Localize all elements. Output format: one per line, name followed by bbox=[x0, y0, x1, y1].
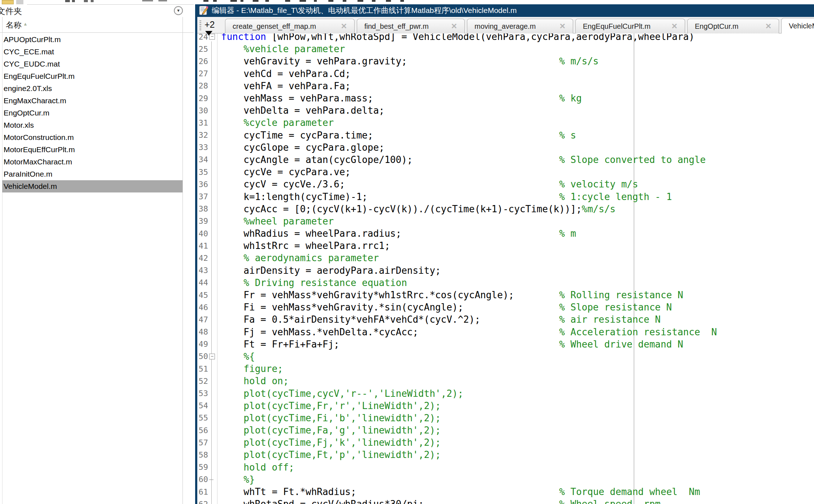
hidden-tabs-count[interactable]: +2 bbox=[204, 19, 215, 30]
line-number[interactable]: 35 bbox=[197, 168, 208, 177]
code-text[interactable]: Fa = 0.5*airDensity*vehFA*vehCd*(cycV.^2… bbox=[221, 314, 661, 325]
line-number[interactable]: 54 bbox=[197, 401, 208, 410]
line-number[interactable]: 30 bbox=[197, 106, 208, 115]
close-icon[interactable]: ✕ bbox=[553, 22, 566, 31]
file-row[interactable]: VehicleModel.m bbox=[2, 180, 183, 192]
tab-moving_average-m[interactable]: moving_average.m✕ bbox=[467, 19, 573, 33]
file-row[interactable]: EngEquFuelCurPlt.m bbox=[0, 70, 184, 82]
line-number[interactable]: 42 bbox=[197, 254, 208, 263]
code-text[interactable]: %{ bbox=[221, 351, 255, 362]
code-line[interactable]: 29 vehMass = vehPara.mass; % kg bbox=[197, 92, 814, 104]
code-line[interactable]: 44 % Driving resistance equation bbox=[197, 277, 814, 289]
file-row[interactable]: engine2.0T.xls bbox=[0, 82, 184, 95]
code-text[interactable]: cycAcc = [0;(cycV(k+1)-cycV(k))./(cycTim… bbox=[221, 204, 616, 214]
code-line[interactable]: 54 plot(cycTime,Fr,'r','LineWidth',2); bbox=[197, 400, 814, 412]
close-icon[interactable]: ✕ bbox=[335, 22, 347, 31]
code-text[interactable]: cycV = cycVe./3.6; % velocity m/s bbox=[221, 179, 638, 190]
code-line[interactable]: 53 plot(cycTime,cycV,'r--','LineWidth',2… bbox=[197, 387, 814, 399]
code-line[interactable]: 41 wh1stRrc = wheelPara.rrc1; bbox=[197, 240, 814, 252]
code-line[interactable]: 49 Ft = Fr+Fi+Fa+Fj; % Wheel drive deman… bbox=[197, 338, 814, 350]
code-text[interactable]: vehMass = vehPara.mass; % kg bbox=[221, 93, 582, 104]
line-number[interactable]: 25 bbox=[197, 45, 208, 54]
code-text[interactable]: vehCd = vehPara.Cd; bbox=[221, 68, 351, 79]
code-line[interactable]: 24−function [whPow,whTt,whRotaSpd] = Veh… bbox=[197, 33, 814, 43]
line-number[interactable]: 39 bbox=[197, 217, 208, 226]
code-line[interactable]: 26 vehGravity = vehPara.gravity; % m/s/s bbox=[197, 55, 814, 67]
file-row[interactable]: ParaInitOne.m bbox=[0, 168, 184, 180]
code-line[interactable]: 58 plot(cycTime,Ft,'p','linewidth',2); bbox=[197, 449, 814, 461]
code-line[interactable]: 32 cycTime = cycPara.time; % s bbox=[197, 129, 814, 141]
code-text[interactable]: plot(cycTime,Fr,'r','LineWidth',2); bbox=[221, 400, 441, 411]
line-number[interactable]: 31 bbox=[197, 118, 208, 127]
file-row[interactable]: CYC_ECE.mat bbox=[0, 46, 184, 58]
line-number[interactable]: 29 bbox=[197, 94, 208, 103]
code-text[interactable]: Fj = vehMass.*vehDelta.*cycAcc; % Accele… bbox=[221, 327, 717, 337]
code-line[interactable]: 35 cycVe = cycPara.ve; bbox=[197, 166, 814, 178]
tab-overflow-arrow-icon[interactable] bbox=[205, 31, 212, 36]
code-line[interactable]: 42 % aerodynamics parameter bbox=[197, 252, 814, 264]
code-text[interactable]: cycGlope = cycPara.glope; bbox=[221, 142, 384, 153]
code-line[interactable]: 37 k=1:length(cycTime)-1; % 1:cycle leng… bbox=[197, 190, 814, 203]
code-line[interactable]: 56 plot(cycTime,Fa,'g','linewidth',2); bbox=[197, 424, 814, 436]
code-text[interactable]: whRadius = wheelPara.radius; % m bbox=[221, 228, 576, 239]
line-number[interactable]: 38 bbox=[197, 204, 208, 213]
code-line[interactable]: 43 airDensity = aerodyPara.airDensity; bbox=[197, 264, 814, 277]
code-line[interactable]: 62 whRotaSpd = cycV/whRadius*30/pi; % Wh… bbox=[197, 498, 814, 504]
code-text[interactable]: vehDelta = vehPara.delta; bbox=[221, 105, 384, 116]
code-line[interactable]: 52 hold on; bbox=[197, 375, 814, 387]
line-number[interactable]: 62 bbox=[197, 500, 208, 504]
code-text[interactable]: %wheel parameter bbox=[221, 216, 334, 227]
file-row[interactable]: MotorConstruction.m bbox=[0, 131, 184, 144]
line-number[interactable]: 26 bbox=[197, 57, 208, 66]
line-number[interactable]: 51 bbox=[197, 364, 208, 373]
code-line[interactable]: 45 Fr = vehMass*vehGravity*wh1stRrc.*cos… bbox=[197, 289, 814, 301]
line-number[interactable]: 56 bbox=[197, 426, 208, 435]
code-line[interactable]: 38 cycAcc = [0;(cycV(k+1)-cycV(k))./(cyc… bbox=[197, 203, 814, 215]
code-text[interactable]: hold off; bbox=[221, 462, 294, 473]
code-text[interactable]: cycTime = cycPara.time; % s bbox=[221, 130, 576, 141]
code-line[interactable]: 51 figure; bbox=[197, 363, 814, 375]
code-text[interactable]: k=1:length(cycTime)-1; % 1:cycle length … bbox=[221, 191, 672, 202]
fold-toggle-icon[interactable]: − bbox=[209, 354, 215, 359]
code-line[interactable]: 59 hold off; bbox=[197, 461, 814, 473]
code-line[interactable]: 36 cycV = cycVe./3.6; % velocity m/s bbox=[197, 178, 814, 190]
code-text[interactable]: Fi = vehMass*vehGravity.*sin(cycAngle); … bbox=[221, 302, 672, 313]
code-text[interactable]: % Driving resistance equation bbox=[221, 277, 407, 288]
line-number[interactable]: 40 bbox=[197, 229, 208, 238]
close-icon[interactable]: ✕ bbox=[665, 22, 678, 31]
code-text[interactable]: %vehicle parameter bbox=[221, 44, 345, 54]
close-icon[interactable]: ✕ bbox=[445, 22, 457, 31]
code-text[interactable]: % aerodynamics parameter bbox=[221, 253, 379, 263]
file-row[interactable]: CYC_EUDC.mat bbox=[0, 58, 184, 70]
line-number[interactable]: 33 bbox=[197, 143, 208, 152]
code-text[interactable]: %cycle parameter bbox=[221, 117, 334, 128]
tab-engoptcur-m[interactable]: EngOptCur.m✕ bbox=[687, 19, 779, 33]
code-line[interactable]: 61 whTt = Ft.*whRadius; % Torque demand … bbox=[197, 486, 814, 498]
file-row[interactable]: Motor.xls bbox=[0, 119, 184, 131]
tab-engequfuelcurplt-m[interactable]: EngEquFuelCurPlt.m✕ bbox=[575, 19, 685, 33]
code-text[interactable]: plot(cycTime,Ft,'p','linewidth',2); bbox=[221, 449, 441, 460]
code-line[interactable]: 34 cycAngle = atan(cycGlope/100); % Slop… bbox=[197, 154, 814, 166]
code-line[interactable]: 60 %} bbox=[197, 473, 814, 486]
code-text[interactable]: vehFA = vehPara.Fa; bbox=[221, 81, 351, 91]
line-number[interactable]: 48 bbox=[197, 327, 208, 336]
tab-find_best_eff_pwr-m[interactable]: find_best_eff_pwr.m✕ bbox=[357, 19, 465, 33]
code-text[interactable]: function [whPow,whTt,whRotaSpd] = Vehicl… bbox=[221, 33, 694, 42]
code-text[interactable]: vehGravity = vehPara.gravity; % m/s/s bbox=[221, 56, 599, 67]
code-line[interactable]: 48 Fj = vehMass.*vehDelta.*cycAcc; % Acc… bbox=[197, 326, 814, 338]
line-number[interactable]: 32 bbox=[197, 131, 208, 140]
line-number[interactable]: 57 bbox=[197, 438, 208, 447]
code-line[interactable]: 28 vehFA = vehPara.Fa; bbox=[197, 80, 814, 92]
code-line[interactable]: 31 %cycle parameter bbox=[197, 117, 814, 129]
line-number[interactable]: 27 bbox=[197, 69, 208, 78]
file-row[interactable]: EngMaxCharact.m bbox=[0, 95, 184, 107]
code-line[interactable]: 40 whRadius = wheelPara.radius; % m bbox=[197, 227, 814, 240]
code-text[interactable]: cycVe = cycPara.ve; bbox=[221, 167, 351, 177]
line-number[interactable]: 44 bbox=[197, 278, 208, 287]
code-text[interactable]: airDensity = aerodyPara.airDensity; bbox=[221, 265, 441, 276]
close-icon[interactable]: ✕ bbox=[759, 22, 772, 31]
line-number[interactable]: 37 bbox=[197, 192, 208, 201]
file-row[interactable]: APUOptCurPlt.m bbox=[0, 33, 184, 46]
code-editor[interactable]: 24−function [whPow,whTt,whRotaSpd] = Veh… bbox=[197, 33, 814, 504]
line-number[interactable]: 50 bbox=[197, 352, 208, 361]
